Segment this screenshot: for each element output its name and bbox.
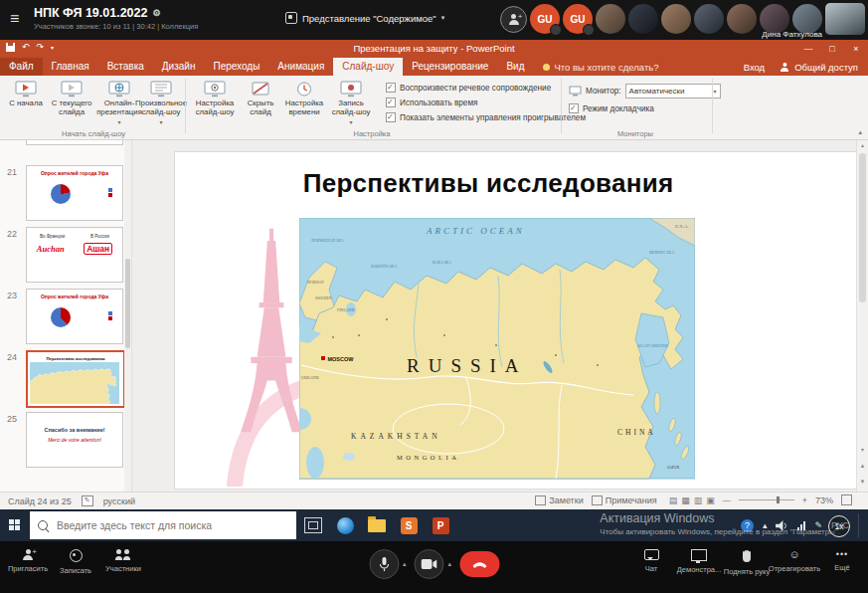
play-narrations-checkbox[interactable]: Воспроизвести речевое сопровождение (386, 83, 586, 93)
record-slideshow-button[interactable]: Запись слайд-шоу (328, 79, 374, 126)
restore-button[interactable]: □ (820, 44, 844, 54)
notes-toggle[interactable]: Заметки (535, 495, 583, 505)
menu-icon[interactable]: ≡ (10, 10, 19, 28)
signed-in-user[interactable]: Дина Фатхулова (762, 30, 822, 39)
tab-file[interactable]: Файл (0, 58, 43, 76)
tab-home[interactable]: Главная (43, 58, 98, 76)
slide-scrollbar[interactable]: ▴ ▾ ▲ ▼ (856, 139, 868, 492)
participant-avatar[interactable] (628, 4, 658, 34)
zoom-in-icon[interactable]: + (802, 495, 807, 505)
invite-button[interactable]: + Пригласить (4, 549, 52, 575)
browser-app-icon[interactable] (334, 514, 356, 536)
language-indicator[interactable]: русский (103, 496, 135, 506)
close-button[interactable]: × (844, 44, 868, 54)
hide-slide-button[interactable]: Скрыть слайд (241, 79, 280, 117)
zoom-slider[interactable] (739, 499, 794, 500)
powerpoint-app-icon[interactable]: P (430, 514, 451, 536)
camera-button[interactable] (415, 549, 444, 579)
tab-design[interactable]: Дизайн (153, 58, 205, 76)
file-explorer-icon[interactable] (366, 514, 388, 536)
view-mode-selector[interactable]: Представление "Содержимое" ▾ (285, 12, 444, 24)
thumbnail-slide-23[interactable]: Опрос жителей города Уфа (26, 289, 123, 344)
participant-video-tile[interactable] (825, 3, 865, 35)
more-button[interactable]: ••• Ещё (818, 549, 866, 576)
collapse-ribbon-icon[interactable]: ▴ (858, 128, 862, 136)
normal-view-icon[interactable]: ▤ (669, 495, 678, 505)
setup-slideshow-button[interactable]: Настройка слайд-шоу (191, 79, 239, 117)
conference-settings-icon[interactable]: ⚙ (152, 8, 160, 18)
start-button[interactable] (0, 509, 30, 541)
tell-me-box[interactable]: Что вы хотите сделать? (543, 58, 658, 76)
reading-view-icon[interactable]: ▥ (694, 495, 703, 505)
participant-avatar[interactable]: GU (530, 4, 560, 34)
help-icon[interactable]: ? (741, 519, 754, 532)
network-icon[interactable] (797, 521, 805, 530)
zoom-level[interactable]: 73% (815, 495, 833, 505)
tab-review[interactable]: Рецензирование (403, 58, 497, 76)
slide-sorter-icon[interactable]: ▦ (681, 495, 690, 505)
from-start-button[interactable]: С начала (6, 79, 46, 108)
comments-toggle[interactable]: Примечания (592, 495, 657, 505)
tab-animations[interactable]: Анимация (268, 58, 333, 76)
scroll-up-icon[interactable]: ▴ (857, 139, 868, 151)
tab-view[interactable]: Вид (497, 58, 533, 76)
barents-sea-label: BARENTS SEA (371, 264, 397, 269)
slideshow-view-icon[interactable]: ▣ (706, 495, 715, 505)
slide-24[interactable]: Перспективы исследования (174, 151, 857, 490)
slide-number: 21 (7, 167, 17, 177)
thumbnail-slide-25[interactable]: Спасибо за внимание! Merci de votre atte… (26, 412, 123, 468)
show-desktop-button[interactable] (858, 513, 862, 537)
scrollbar-thumb[interactable] (859, 153, 866, 302)
pen-input-icon[interactable]: ✎ (814, 520, 822, 530)
tab-insert[interactable]: Вставка (98, 58, 153, 76)
camera-icon (422, 559, 437, 569)
mic-options-icon[interactable]: ▴ (403, 560, 407, 568)
thumbnail-slide-24-selected[interactable]: Перспективы исследования (26, 350, 125, 408)
camera-options-icon[interactable]: ▴ (448, 560, 452, 568)
tray-expand-icon[interactable]: ▴ (763, 520, 768, 530)
spellcheck-icon[interactable]: ✎ (82, 495, 93, 506)
custom-slideshow-button[interactable]: Произвольное слайд-шоу (141, 79, 181, 126)
panel-scrollbar[interactable] (124, 139, 131, 492)
search-input[interactable] (55, 518, 267, 532)
taskbar-search[interactable] (30, 511, 296, 539)
share-button[interactable]: Общий доступ (779, 62, 858, 73)
end-call-button[interactable] (459, 551, 499, 577)
playback-speed-badge[interactable]: 1x (828, 515, 850, 537)
microphone-button[interactable] (369, 549, 399, 579)
participant-avatar[interactable] (596, 4, 625, 34)
tab-transitions[interactable]: Переходы (204, 58, 268, 76)
participant-avatar[interactable] (694, 4, 724, 34)
use-timings-checkbox[interactable]: Использовать время (386, 98, 586, 107)
participant-avatar[interactable]: GU (563, 4, 593, 34)
participant-avatar[interactable] (661, 4, 691, 34)
thumbnail-slide-22[interactable]: Во Франции В России Auchan Ашан (26, 227, 123, 283)
zoom-handle[interactable] (777, 496, 780, 503)
share-screen-button[interactable]: Демонстра... (675, 549, 723, 576)
from-current-slide-button[interactable]: С текущего слайда (48, 79, 95, 117)
volume-icon[interactable] (776, 520, 788, 531)
task-view-button[interactable] (304, 517, 322, 533)
raise-hand-button[interactable]: Поднять руку (723, 549, 771, 576)
skype-app-icon[interactable]: S (398, 514, 420, 536)
participant-avatar[interactable] (727, 4, 757, 34)
fit-slide-icon[interactable] (841, 494, 852, 505)
add-participant-button[interactable]: + (500, 6, 527, 33)
presenter-view-checkbox[interactable]: Режим докладчика (569, 103, 654, 113)
china-label: CHINA (617, 428, 656, 437)
scroll-down-icon[interactable]: ▾ (857, 444, 868, 456)
sign-in-link[interactable]: Вход (744, 62, 766, 73)
minimize-button[interactable]: — (796, 44, 820, 54)
rehearse-timings-button[interactable]: Настройка времени (282, 79, 326, 117)
participants-button[interactable]: Участники (99, 549, 147, 575)
chat-button[interactable]: Чат (627, 549, 675, 576)
zoom-out-icon[interactable]: — (723, 495, 731, 504)
show-media-controls-checkbox[interactable]: Показать элементы управления проигрывате… (386, 112, 586, 122)
react-button[interactable]: ☺ Отреагировать (771, 549, 818, 576)
previous-slide-button[interactable]: ▲ (857, 460, 868, 472)
monitor-select[interactable]: Автоматически ▾ (625, 84, 721, 99)
tab-slideshow[interactable]: Слайд-шоу (333, 58, 403, 76)
next-slide-button[interactable]: ▼ (857, 476, 868, 488)
thumbnail-slide-21[interactable]: Опрос жителей города Уфа (26, 165, 123, 221)
record-button[interactable]: Записать (52, 549, 99, 575)
